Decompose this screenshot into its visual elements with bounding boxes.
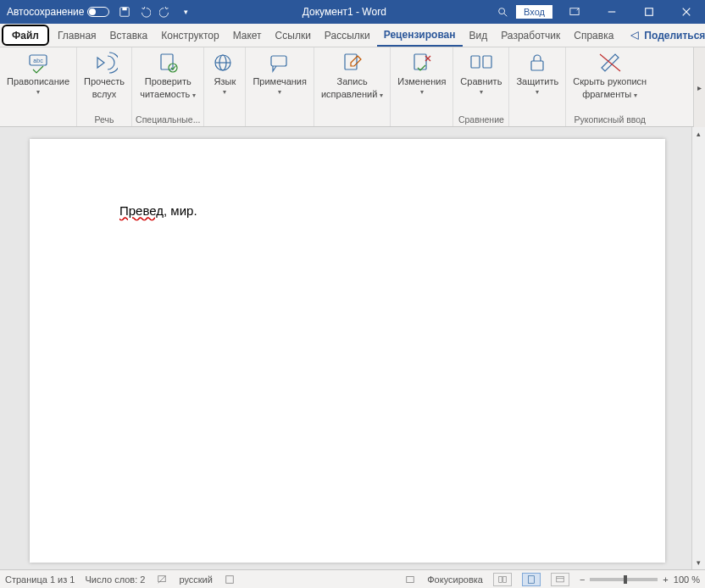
share-button[interactable]: Поделиться — [620, 24, 705, 47]
maximize-icon[interactable] — [634, 0, 664, 24]
tab-review[interactable]: Рецензирован — [377, 24, 463, 47]
svg-rect-22 — [483, 56, 491, 68]
group-accessibility-label: Специальные... — [136, 114, 200, 126]
track-changes-button[interactable]: Запись исправлений ▾ — [318, 49, 386, 101]
page[interactable]: Превед, мир. — [30, 139, 665, 563]
tab-home[interactable]: Главная — [51, 24, 103, 47]
toggle-off-icon — [87, 7, 109, 17]
lock-icon — [524, 51, 551, 75]
redo-icon[interactable] — [158, 5, 172, 19]
zoom-value[interactable]: 100 % — [674, 574, 700, 585]
svg-rect-23 — [531, 61, 543, 70]
zoom-in-button[interactable]: + — [663, 574, 668, 585]
ribbon-scroll-right[interactable]: ▸ — [693, 47, 705, 127]
scroll-up-icon[interactable]: ▴ — [692, 127, 705, 141]
accessibility-icon — [154, 51, 181, 75]
language-icon — [211, 51, 238, 75]
misspelled-word: Превед — [119, 203, 164, 218]
svg-rect-21 — [471, 56, 480, 68]
proofing-status-icon[interactable] — [155, 574, 169, 585]
chevron-down-icon: ▾ — [223, 89, 226, 96]
svg-point-2 — [499, 8, 505, 14]
status-language[interactable]: русский — [179, 574, 212, 585]
comments-button[interactable]: Примечания ▾ — [249, 49, 310, 97]
svg-rect-28 — [407, 576, 414, 582]
group-comments: Примечания ▾ — [246, 47, 314, 126]
svg-rect-11 — [161, 54, 173, 69]
view-print-layout[interactable] — [522, 573, 541, 586]
tab-file[interactable]: Файл — [2, 25, 49, 46]
scroll-track[interactable] — [692, 141, 705, 556]
group-compare-label: Сравнение — [458, 114, 504, 126]
tab-layout[interactable]: Макет — [226, 24, 269, 47]
login-button[interactable]: Вход — [516, 5, 552, 19]
chevron-down-icon: ▾ — [380, 92, 383, 99]
tab-references[interactable]: Ссылки — [269, 24, 318, 47]
chevron-down-icon: ▾ — [536, 89, 539, 96]
svg-rect-29 — [499, 576, 502, 582]
protect-button[interactable]: Защитить ▾ — [513, 49, 562, 97]
svg-rect-32 — [557, 576, 564, 581]
zoom-out-button[interactable]: − — [580, 574, 585, 585]
svg-text:abc: abc — [33, 58, 43, 64]
language-button[interactable]: Язык ▾ — [208, 49, 241, 97]
tab-developer[interactable]: Разработчик — [494, 24, 567, 47]
group-tracking: Запись исправлений ▾ — [314, 47, 391, 126]
share-icon — [629, 30, 641, 42]
hide-ink-button[interactable]: Скрыть рукописн фрагменты ▾ — [569, 49, 650, 101]
ribbon-display-icon[interactable] — [559, 0, 590, 24]
check-accessibility-button[interactable]: Проверить читаемость ▾ — [136, 49, 199, 101]
read-aloud-button[interactable]: Прочесть вслух — [80, 49, 128, 101]
tab-view[interactable]: Вид — [463, 24, 495, 47]
zoom-slider[interactable] — [590, 578, 658, 581]
svg-rect-6 — [646, 8, 653, 16]
group-ink: Скрыть рукописн фрагменты ▾ Рукописный в… — [566, 47, 653, 126]
vertical-scrollbar[interactable]: ▴ ▾ — [691, 127, 705, 569]
svg-rect-27 — [226, 575, 234, 583]
chevron-down-icon: ▾ — [420, 89, 424, 96]
search-icon[interactable] — [496, 5, 509, 19]
ink-icon — [597, 51, 624, 75]
close-icon[interactable] — [671, 0, 702, 24]
group-compare: Сравнить ▾ Сравнение — [453, 47, 509, 126]
chevron-down-icon: ▾ — [192, 92, 196, 99]
changes-icon — [408, 51, 436, 75]
group-changes: Изменения ▾ — [391, 47, 453, 126]
changes-button[interactable]: Изменения ▾ — [394, 49, 449, 97]
document-text[interactable]: Превед, мир. — [119, 203, 197, 218]
svg-line-3 — [504, 14, 508, 17]
focus-mode-icon — [403, 574, 417, 585]
macros-icon[interactable] — [223, 574, 236, 585]
tab-insert[interactable]: Вставка — [103, 24, 155, 47]
group-speech: Прочесть вслух Речь — [77, 47, 132, 126]
chevron-down-icon: ▾ — [480, 89, 483, 96]
qat-more-icon[interactable]: ▾ — [179, 5, 192, 19]
svg-rect-31 — [528, 575, 534, 583]
chevron-down-icon: ▾ — [278, 89, 281, 96]
group-language: Язык ▾ — [204, 47, 246, 126]
status-focus[interactable]: Фокусировка — [427, 574, 483, 585]
tab-help[interactable]: Справка — [567, 24, 620, 47]
svg-rect-18 — [414, 54, 426, 69]
autosave-toggle[interactable]: Автосохранение — [7, 6, 109, 18]
tab-design[interactable]: Конструктор — [154, 24, 225, 47]
chevron-down-icon: ▾ — [634, 92, 637, 99]
group-speech-label: Речь — [95, 114, 114, 126]
tab-mailings[interactable]: Рассылки — [318, 24, 377, 47]
compare-button[interactable]: Сравнить ▾ — [457, 49, 505, 97]
scroll-down-icon[interactable]: ▾ — [692, 556, 705, 569]
share-label: Поделиться — [644, 30, 705, 42]
spelling-button[interactable]: abc Правописание ▾ — [3, 49, 73, 97]
save-icon[interactable] — [118, 5, 131, 19]
undo-icon[interactable] — [138, 5, 152, 19]
status-page[interactable]: Страница 1 из 1 — [5, 574, 75, 585]
spelling-label: Правописание — [7, 76, 69, 87]
compare-icon — [468, 51, 495, 75]
minimize-icon[interactable] — [597, 0, 627, 24]
view-web-layout[interactable] — [551, 573, 569, 586]
document-title: Документ1 - Word — [192, 6, 496, 18]
spelling-icon: abc — [25, 51, 52, 75]
view-read-mode[interactable] — [493, 573, 512, 586]
group-proofing: abc Правописание ▾ — [0, 47, 77, 126]
status-words[interactable]: Число слов: 2 — [85, 574, 145, 585]
